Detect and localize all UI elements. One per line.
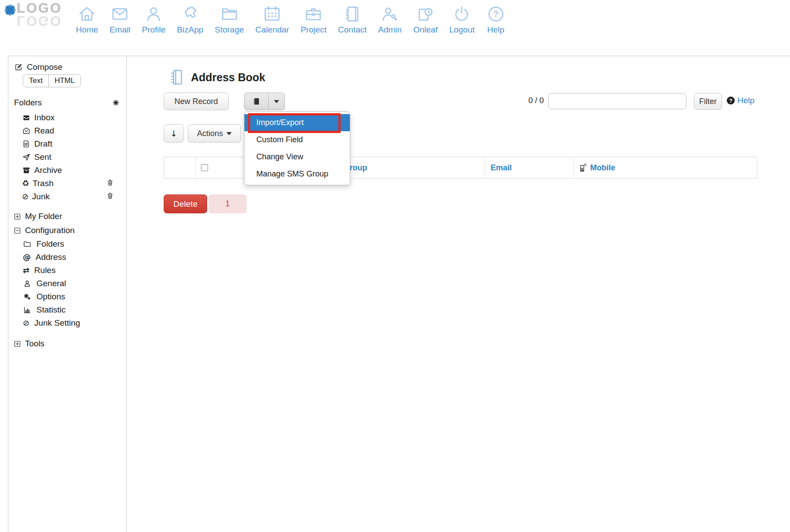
sidebar-item-trash[interactable]: ♻ Trash — [8, 177, 126, 190]
sidebar-item-config-general[interactable]: General — [8, 277, 126, 290]
nav-item-logout[interactable]: Logout — [443, 4, 480, 35]
address-book-dropdown-toggle[interactable] — [269, 93, 285, 110]
sidebar-item-sent[interactable]: Sent — [8, 151, 126, 164]
envelope-open-icon — [22, 126, 31, 135]
collapse-minus-icon[interactable] — [14, 227, 21, 234]
inbox-icon — [22, 113, 31, 122]
sidebar-item-read[interactable]: Read — [8, 124, 126, 137]
page-title: Address Book — [191, 71, 265, 84]
sidebar-item-config-folders[interactable]: Folders — [8, 237, 126, 251]
logo: LOGO LOGO — [17, 2, 62, 28]
select-all-checkbox[interactable] — [201, 164, 208, 171]
puzzle-icon — [180, 4, 200, 24]
mobile-phone-icon — [579, 163, 588, 173]
menu-item-manage-sms-group[interactable]: Manage SMS Group — [244, 165, 350, 183]
sidebar-item-config-address[interactable]: @ Address — [8, 251, 126, 264]
caret-down-icon — [226, 132, 232, 135]
nav-item-email[interactable]: Email — [104, 4, 136, 35]
question-badge-icon: ? — [727, 97, 735, 104]
empty-junk-icon[interactable] — [106, 192, 114, 200]
expand-plus-icon[interactable] — [14, 213, 21, 220]
no-entry-icon: ⊘ — [23, 319, 29, 327]
header-cell-checkbox — [196, 157, 245, 178]
no-entry-icon: ⊘ — [22, 193, 29, 201]
sidebar-item-config-rules[interactable]: ⇄ Rules — [8, 264, 126, 277]
folders-settings-gear-icon[interactable] — [112, 99, 120, 107]
folder-icon — [220, 4, 239, 24]
expand-plus-icon[interactable] — [14, 340, 21, 348]
paper-plane-icon — [22, 153, 31, 162]
sidebar-item-my-folder[interactable]: My Folder — [8, 209, 126, 223]
nav-item-admin[interactable]: Admin — [373, 4, 408, 35]
sidebar-item-tools[interactable]: Tools — [8, 337, 126, 351]
sidebar-item-inbox[interactable]: Inbox — [8, 111, 126, 124]
person-icon — [23, 279, 32, 288]
bar-chart-icon — [23, 306, 32, 314]
header-cell-group[interactable]: Group — [338, 157, 485, 178]
help-link[interactable]: Help — [737, 96, 754, 105]
sidebar-item-draft[interactable]: Draft — [8, 137, 126, 151]
gears-icon — [23, 292, 32, 301]
nav-item-project[interactable]: Project — [295, 4, 332, 35]
menu-item-change-view[interactable]: Change View — [244, 148, 350, 165]
address-book-title-icon — [169, 68, 184, 86]
sidebar-item-archive[interactable]: Archive — [8, 164, 126, 177]
header-cell-empty — [164, 157, 196, 178]
menu-item-import-export[interactable]: Import/Export — [244, 114, 350, 131]
header-cell-email[interactable]: Email — [485, 157, 574, 178]
nav-item-profile[interactable]: Profile — [136, 4, 171, 35]
archive-box-icon — [22, 166, 31, 175]
down-arrow-icon: ↓ — [170, 129, 177, 138]
download-button[interactable]: ↓ — [164, 124, 184, 143]
compose-label: Compose — [27, 62, 62, 72]
brand-star-icon — [4, 4, 17, 17]
top-bar: LOGO LOGO Home Email Profile BizApp — [0, 0, 790, 56]
email-icon — [110, 4, 129, 24]
new-record-button[interactable]: New Record — [164, 93, 229, 110]
header-cell-mobile[interactable]: Mobile — [574, 157, 757, 178]
selected-count-badge: 1 — [208, 194, 247, 213]
sidebar-item-configuration[interactable]: Configuration — [8, 223, 126, 237]
filter-button[interactable]: Filter — [694, 93, 722, 110]
help-link-wrap[interactable]: ? Help — [727, 96, 754, 105]
profile-icon — [144, 4, 163, 24]
compose-mode-group: Text HTML — [23, 74, 81, 87]
help-circle-icon: ? — [486, 4, 506, 24]
calendar-icon — [262, 4, 282, 24]
compose-button[interactable]: Compose — [14, 62, 126, 72]
folders-heading: Folders — [14, 98, 42, 108]
nav-item-contact[interactable]: Contact — [332, 4, 372, 35]
home-icon — [77, 4, 97, 24]
address-book-dropdown-menu: Import/Export Custom Field Change View M… — [244, 111, 350, 185]
compose-text-button[interactable]: Text — [23, 75, 49, 87]
delete-button[interactable]: Delete — [164, 194, 207, 213]
address-book-icon — [343, 4, 362, 24]
address-book-menu-button[interactable] — [244, 93, 269, 110]
actions-dropdown-button[interactable]: Actions — [188, 124, 241, 143]
main-content: Address Book New Record 0 / 0 Filter ? H… — [127, 56, 790, 532]
nav-item-bizapp[interactable]: BizApp — [171, 4, 209, 35]
nav-item-calendar[interactable]: Calendar — [250, 4, 295, 35]
compose-icon — [14, 63, 23, 72]
top-navigation: Home Email Profile BizApp Storage — [70, 4, 511, 35]
record-count: 0 / 0 — [496, 96, 544, 105]
nav-item-onleaf[interactable]: Onleaf — [407, 4, 443, 35]
at-sign-icon: @ — [23, 253, 31, 261]
nav-item-storage[interactable]: Storage — [209, 4, 250, 35]
sidebar-item-config-junk-setting[interactable]: ⊘ Junk Setting — [8, 316, 126, 330]
svg-text:?: ? — [493, 9, 498, 19]
sidebar-item-junk[interactable]: ⊘ Junk — [8, 190, 126, 203]
power-icon — [452, 4, 471, 24]
sidebar-item-config-options[interactable]: Options — [8, 290, 126, 303]
logo-reflection: LOGO — [17, 14, 62, 27]
sidebar-item-config-statistic[interactable]: Statistic — [8, 303, 126, 316]
menu-item-custom-field[interactable]: Custom Field — [244, 131, 350, 148]
nav-item-help[interactable]: ? Help — [481, 4, 511, 35]
search-input[interactable] — [548, 93, 686, 109]
nav-item-home[interactable]: Home — [70, 4, 104, 35]
compose-html-button[interactable]: HTML — [49, 75, 80, 87]
address-book-split-button — [244, 93, 285, 110]
admin-key-icon — [380, 4, 399, 24]
empty-trash-icon[interactable] — [106, 179, 114, 187]
caret-down-icon — [274, 100, 279, 103]
